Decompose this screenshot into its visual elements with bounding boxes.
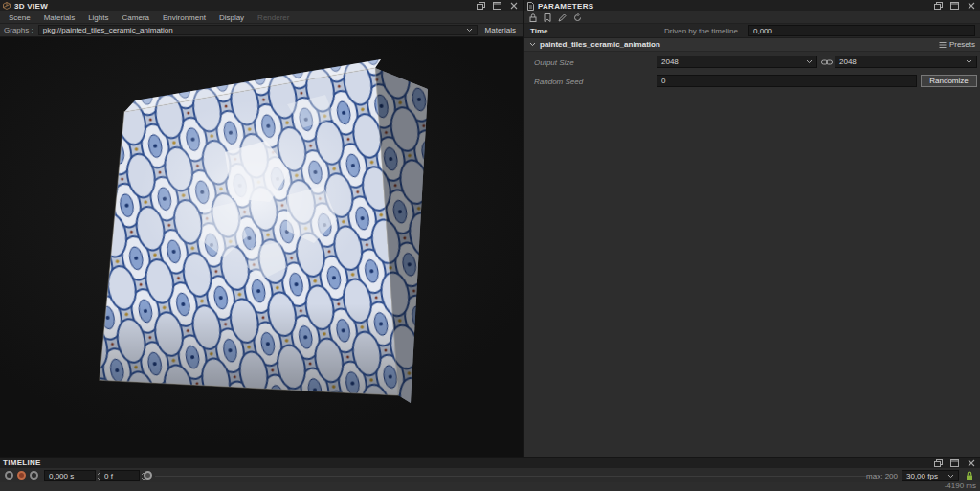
randomize-button[interactable]: Randomize bbox=[921, 75, 977, 87]
timeline-frame-input[interactable] bbox=[100, 470, 140, 481]
timeline-panel: TIMELINE bbox=[0, 457, 980, 491]
preset-icon[interactable] bbox=[544, 13, 551, 22]
menu-environment[interactable]: Environment bbox=[156, 13, 212, 22]
parameters-header: PARAMETERS bbox=[524, 0, 980, 11]
3d-view-panel: 3D VIEW Scene Materials Lights Camera En… bbox=[0, 0, 523, 457]
random-seed-label: Random Seed bbox=[534, 78, 583, 86]
output-size-width-value: 2048 bbox=[661, 57, 679, 66]
parameters-icon bbox=[527, 2, 534, 11]
menu-lights[interactable]: Lights bbox=[81, 13, 115, 22]
refresh-icon[interactable] bbox=[573, 13, 582, 22]
chevron-down-icon bbox=[466, 28, 473, 33]
output-size-height-value: 2048 bbox=[839, 57, 857, 66]
3d-view-icon bbox=[3, 2, 11, 10]
graphs-dropdown[interactable]: pkg://painted_tiles_ceramic_animation bbox=[38, 25, 478, 35]
presets-label: Presets bbox=[949, 40, 975, 49]
lock-icon[interactable] bbox=[529, 13, 537, 22]
application-window: 3D VIEW Scene Materials Lights Camera En… bbox=[0, 0, 980, 491]
timeline-controls: max: 200 30,00 fps bbox=[0, 468, 980, 483]
chevron-down-icon bbox=[947, 474, 954, 479]
fps-value: 30,00 fps bbox=[906, 472, 938, 480]
chevron-down-icon bbox=[966, 59, 972, 64]
close-icon[interactable] bbox=[507, 1, 520, 11]
graphs-label: Graphs : bbox=[4, 26, 33, 34]
maximize-icon[interactable] bbox=[491, 1, 503, 11]
play-button[interactable] bbox=[30, 471, 38, 480]
timeline-header: TIMELINE bbox=[0, 458, 980, 468]
timeline-max-label: max: 200 bbox=[866, 472, 898, 480]
time-value-input[interactable] bbox=[748, 25, 975, 36]
graph-section-header[interactable]: painted_tiles_ceramic_animation Presets bbox=[524, 38, 980, 52]
graph-name: painted_tiles_ceramic_animation bbox=[540, 40, 660, 49]
maximize-icon[interactable] bbox=[948, 458, 961, 468]
output-size-label: Output Size bbox=[534, 58, 574, 67]
3d-view-header: 3D VIEW bbox=[0, 0, 523, 11]
presets-button[interactable]: Presets bbox=[939, 40, 975, 49]
output-size-width-dropdown[interactable]: 2048 bbox=[657, 56, 817, 68]
record-button[interactable] bbox=[17, 471, 26, 480]
timeline-delta-label: -4190 ms bbox=[945, 481, 976, 490]
menu-scene[interactable]: Scene bbox=[2, 13, 37, 22]
graphs-bar: Graphs : pkg://painted_tiles_ceramic_ani… bbox=[0, 24, 523, 37]
edit-icon[interactable] bbox=[558, 13, 567, 22]
output-size-height-dropdown[interactable]: 2048 bbox=[835, 56, 977, 68]
random-seed-input[interactable] bbox=[657, 75, 917, 87]
playhead-handle[interactable] bbox=[144, 471, 152, 480]
chevron-down-icon[interactable] bbox=[529, 42, 536, 47]
float-icon[interactable] bbox=[475, 1, 487, 11]
menu-camera[interactable]: Camera bbox=[116, 13, 156, 22]
panel-title: TIMELINE bbox=[3, 458, 41, 467]
presets-icon bbox=[939, 41, 947, 49]
timeline-lock-icon[interactable] bbox=[966, 471, 973, 480]
time-row: Time Driven by the timeline bbox=[524, 24, 980, 38]
parameters-panel: PARAMETERS bbox=[523, 0, 980, 457]
timeline-track[interactable] bbox=[155, 476, 867, 477]
float-icon[interactable] bbox=[932, 1, 945, 11]
parameters-toolbar bbox=[524, 11, 980, 24]
3d-viewport[interactable] bbox=[0, 37, 523, 457]
fps-dropdown[interactable]: 30,00 fps bbox=[902, 470, 959, 481]
panel-title: PARAMETERS bbox=[538, 2, 593, 11]
time-mode-label: Driven by the timeline bbox=[664, 27, 738, 35]
panel-title: 3D VIEW bbox=[14, 2, 48, 11]
materials-button[interactable]: Materials bbox=[482, 26, 519, 34]
loop-button[interactable] bbox=[5, 471, 13, 480]
output-size-row: Output Size 2048 2048 bbox=[524, 55, 980, 71]
timeline-statusbar: -4190 ms bbox=[0, 482, 980, 491]
chevron-down-icon bbox=[806, 59, 813, 64]
time-label: Time bbox=[530, 27, 548, 35]
3d-view-menubar: Scene Materials Lights Camera Environmen… bbox=[0, 11, 523, 24]
menu-display[interactable]: Display bbox=[212, 13, 251, 22]
link-sizes-icon[interactable] bbox=[820, 57, 833, 66]
float-icon[interactable] bbox=[932, 458, 945, 468]
close-icon[interactable] bbox=[965, 458, 977, 468]
timeline-time-input[interactable] bbox=[44, 470, 96, 481]
graphs-dropdown-value: pkg://painted_tiles_ceramic_animation bbox=[43, 26, 173, 34]
tiled-cube-render bbox=[0, 37, 523, 457]
menu-renderer: Renderer bbox=[251, 13, 296, 22]
close-icon[interactable] bbox=[965, 1, 977, 11]
random-seed-row: Random Seed Randomize bbox=[524, 74, 980, 90]
menu-materials[interactable]: Materials bbox=[37, 13, 81, 22]
maximize-icon[interactable] bbox=[948, 1, 961, 11]
